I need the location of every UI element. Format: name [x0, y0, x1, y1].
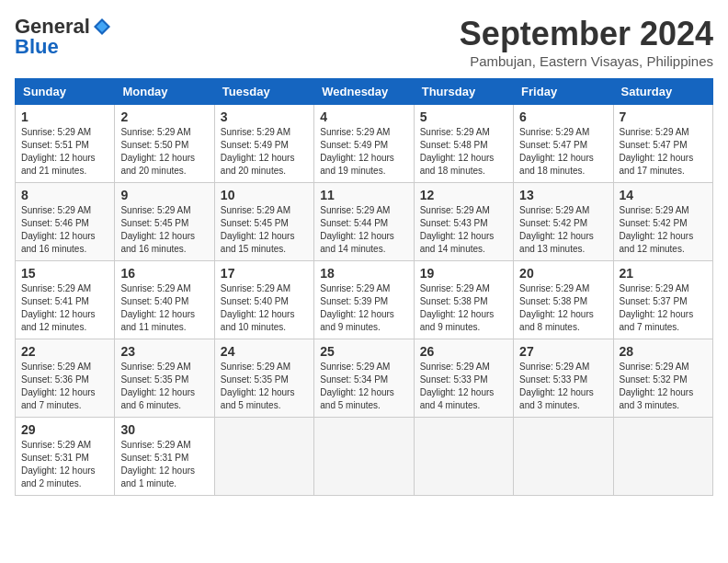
- cell-details: Sunrise: 5:29 AMSunset: 5:31 PMDaylight:…: [120, 439, 208, 490]
- cell-details: Sunrise: 5:29 AMSunset: 5:45 PMDaylight:…: [120, 204, 208, 256]
- logo-text-blue: Blue: [15, 35, 59, 59]
- calendar-cell: 3Sunrise: 5:29 AMSunset: 5:49 PMDaylight…: [214, 105, 313, 183]
- calendar-cell: 14Sunrise: 5:29 AMSunset: 5:42 PMDayligh…: [613, 183, 712, 261]
- cell-details: Sunrise: 5:29 AMSunset: 5:50 PMDaylight:…: [120, 126, 208, 178]
- calendar-table: SundayMondayTuesdayWednesdayThursdayFrid…: [15, 78, 713, 496]
- calendar-cell: 20Sunrise: 5:29 AMSunset: 5:38 PMDayligh…: [514, 261, 613, 339]
- calendar-cell: 28Sunrise: 5:29 AMSunset: 5:32 PMDayligh…: [613, 339, 712, 418]
- day-number: 15: [21, 266, 108, 281]
- day-number: 7: [620, 109, 707, 124]
- cell-details: Sunrise: 5:29 AMSunset: 5:41 PMDaylight:…: [21, 282, 108, 334]
- cell-details: Sunrise: 5:29 AMSunset: 5:42 PMDaylight:…: [620, 204, 707, 256]
- day-number: 10: [221, 188, 308, 202]
- calendar-week-row: 1Sunrise: 5:29 AMSunset: 5:51 PMDaylight…: [16, 105, 713, 183]
- day-number: 6: [519, 109, 607, 124]
- cell-details: Sunrise: 5:29 AMSunset: 5:38 PMDaylight:…: [519, 282, 607, 334]
- cell-details: Sunrise: 5:29 AMSunset: 5:40 PMDaylight:…: [221, 282, 308, 334]
- calendar-cell: 16Sunrise: 5:29 AMSunset: 5:40 PMDayligh…: [115, 261, 214, 339]
- col-header-monday: Monday: [115, 79, 214, 105]
- day-number: 13: [519, 188, 607, 202]
- cell-details: Sunrise: 5:29 AMSunset: 5:47 PMDaylight:…: [620, 126, 707, 178]
- day-number: 21: [620, 266, 707, 281]
- calendar-cell: 17Sunrise: 5:29 AMSunset: 5:40 PMDayligh…: [214, 261, 313, 339]
- calendar-cell: 19Sunrise: 5:29 AMSunset: 5:38 PMDayligh…: [414, 261, 513, 339]
- day-number: 23: [120, 344, 208, 359]
- day-number: 22: [21, 344, 108, 359]
- calendar-cell: 21Sunrise: 5:29 AMSunset: 5:37 PMDayligh…: [613, 261, 712, 339]
- page-header: General Blue September 2024 Pambujan, Ea…: [15, 15, 713, 69]
- calendar-week-row: 15Sunrise: 5:29 AMSunset: 5:41 PMDayligh…: [16, 261, 713, 339]
- calendar-cell: [314, 418, 414, 496]
- calendar-week-row: 29Sunrise: 5:29 AMSunset: 5:31 PMDayligh…: [16, 418, 713, 496]
- calendar-cell: 5Sunrise: 5:29 AMSunset: 5:48 PMDaylight…: [414, 105, 513, 183]
- calendar-cell: 1Sunrise: 5:29 AMSunset: 5:51 PMDaylight…: [16, 105, 115, 183]
- calendar-week-row: 8Sunrise: 5:29 AMSunset: 5:46 PMDaylight…: [16, 183, 713, 261]
- cell-details: Sunrise: 5:29 AMSunset: 5:49 PMDaylight:…: [221, 126, 308, 178]
- cell-details: Sunrise: 5:29 AMSunset: 5:51 PMDaylight:…: [21, 126, 108, 178]
- day-number: 29: [21, 422, 108, 437]
- cell-details: Sunrise: 5:29 AMSunset: 5:35 PMDaylight:…: [120, 361, 208, 412]
- cell-details: Sunrise: 5:29 AMSunset: 5:36 PMDaylight:…: [21, 361, 108, 412]
- cell-details: Sunrise: 5:29 AMSunset: 5:35 PMDaylight:…: [221, 361, 308, 412]
- day-number: 12: [420, 188, 507, 202]
- day-number: 9: [120, 188, 208, 202]
- day-number: 28: [620, 344, 707, 359]
- calendar-cell: 15Sunrise: 5:29 AMSunset: 5:41 PMDayligh…: [16, 261, 115, 339]
- day-number: 1: [21, 109, 108, 124]
- cell-details: Sunrise: 5:29 AMSunset: 5:33 PMDaylight:…: [519, 361, 607, 412]
- calendar-cell: 23Sunrise: 5:29 AMSunset: 5:35 PMDayligh…: [115, 339, 214, 418]
- cell-details: Sunrise: 5:29 AMSunset: 5:45 PMDaylight:…: [221, 204, 308, 256]
- calendar-cell: 26Sunrise: 5:29 AMSunset: 5:33 PMDayligh…: [414, 339, 513, 418]
- col-header-tuesday: Tuesday: [214, 79, 313, 105]
- day-number: 19: [420, 266, 507, 281]
- calendar-cell: [514, 418, 613, 496]
- cell-details: Sunrise: 5:29 AMSunset: 5:38 PMDaylight:…: [420, 282, 507, 334]
- calendar-cell: 12Sunrise: 5:29 AMSunset: 5:43 PMDayligh…: [414, 183, 513, 261]
- day-number: 11: [320, 188, 407, 202]
- day-number: 8: [21, 188, 108, 202]
- calendar-cell: 25Sunrise: 5:29 AMSunset: 5:34 PMDayligh…: [314, 339, 414, 418]
- calendar-cell: [613, 418, 712, 496]
- cell-details: Sunrise: 5:29 AMSunset: 5:39 PMDaylight:…: [320, 282, 407, 334]
- day-number: 25: [320, 344, 407, 359]
- calendar-cell: 7Sunrise: 5:29 AMSunset: 5:47 PMDaylight…: [613, 105, 712, 183]
- calendar-cell: 13Sunrise: 5:29 AMSunset: 5:42 PMDayligh…: [514, 183, 613, 261]
- calendar-cell: 30Sunrise: 5:29 AMSunset: 5:31 PMDayligh…: [115, 418, 214, 496]
- calendar-cell: 2Sunrise: 5:29 AMSunset: 5:50 PMDaylight…: [115, 105, 214, 183]
- cell-details: Sunrise: 5:29 AMSunset: 5:44 PMDaylight:…: [320, 204, 407, 256]
- logo: General Blue: [15, 15, 112, 59]
- cell-details: Sunrise: 5:29 AMSunset: 5:37 PMDaylight:…: [620, 282, 707, 334]
- calendar-cell: 27Sunrise: 5:29 AMSunset: 5:33 PMDayligh…: [514, 339, 613, 418]
- day-number: 14: [620, 188, 707, 202]
- calendar-cell: [214, 418, 313, 496]
- month-title: September 2024: [460, 15, 713, 53]
- col-header-sunday: Sunday: [16, 79, 115, 105]
- calendar-week-row: 22Sunrise: 5:29 AMSunset: 5:36 PMDayligh…: [16, 339, 713, 418]
- cell-details: Sunrise: 5:29 AMSunset: 5:42 PMDaylight:…: [519, 204, 607, 256]
- col-header-thursday: Thursday: [414, 79, 513, 105]
- title-area: September 2024 Pambujan, Eastern Visayas…: [460, 15, 713, 69]
- calendar-header-row: SundayMondayTuesdayWednesdayThursdayFrid…: [16, 79, 713, 105]
- cell-details: Sunrise: 5:29 AMSunset: 5:31 PMDaylight:…: [21, 439, 108, 490]
- col-header-saturday: Saturday: [613, 79, 712, 105]
- calendar-cell: 22Sunrise: 5:29 AMSunset: 5:36 PMDayligh…: [16, 339, 115, 418]
- day-number: 18: [320, 266, 407, 281]
- col-header-friday: Friday: [514, 79, 613, 105]
- cell-details: Sunrise: 5:29 AMSunset: 5:32 PMDaylight:…: [620, 361, 707, 412]
- cell-details: Sunrise: 5:29 AMSunset: 5:40 PMDaylight:…: [120, 282, 208, 334]
- day-number: 27: [519, 344, 607, 359]
- day-number: 3: [221, 109, 308, 124]
- calendar-cell: 24Sunrise: 5:29 AMSunset: 5:35 PMDayligh…: [214, 339, 313, 418]
- calendar-cell: 10Sunrise: 5:29 AMSunset: 5:45 PMDayligh…: [214, 183, 313, 261]
- day-number: 5: [420, 109, 507, 124]
- day-number: 2: [120, 109, 208, 124]
- day-number: 24: [221, 344, 308, 359]
- day-number: 26: [420, 344, 507, 359]
- cell-details: Sunrise: 5:29 AMSunset: 5:43 PMDaylight:…: [420, 204, 507, 256]
- col-header-wednesday: Wednesday: [314, 79, 414, 105]
- calendar-cell: [414, 418, 513, 496]
- cell-details: Sunrise: 5:29 AMSunset: 5:34 PMDaylight:…: [320, 361, 407, 412]
- cell-details: Sunrise: 5:29 AMSunset: 5:49 PMDaylight:…: [320, 126, 407, 178]
- calendar-cell: 6Sunrise: 5:29 AMSunset: 5:47 PMDaylight…: [514, 105, 613, 183]
- day-number: 20: [519, 266, 607, 281]
